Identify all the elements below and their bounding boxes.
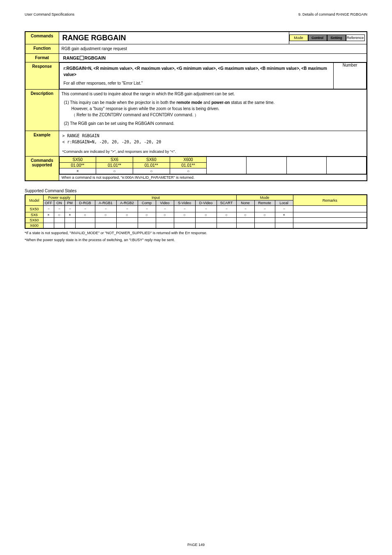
vmodel-2: SX60: [133, 157, 170, 163]
state-cell: ○: [254, 212, 275, 218]
response-type: Number: [334, 62, 367, 89]
th-video: Video: [156, 200, 174, 206]
state-cell: [65, 223, 75, 229]
header-right: 9. Details of command RANGE RGBGAIN: [298, 12, 367, 16]
state-cell: －: [116, 206, 138, 212]
format-text: RANGERGBGAIN: [59, 53, 367, 62]
state-cell: [293, 212, 367, 218]
state-cell: [174, 223, 195, 229]
vval-2: 01.01**: [133, 163, 170, 168]
state-cell: [54, 223, 65, 229]
state-cell: －: [54, 206, 65, 212]
state-cell: －: [156, 206, 174, 212]
state-cell: －: [254, 206, 275, 212]
vval-0: 01.00**: [59, 163, 96, 168]
versions-table: SX50 SX6 SX60 X600 01.00** 01.01** 01.01…: [59, 157, 367, 174]
state-cell: [275, 223, 293, 229]
table-row: SX60: [25, 218, 367, 223]
state-cell: [254, 223, 275, 229]
desc-1-power: power-on: [211, 100, 230, 105]
vmodel-1: SX6: [96, 157, 133, 163]
vmark-0: ×: [59, 168, 96, 174]
model-cell: SX50: [25, 206, 43, 212]
vval-3: 01.01**: [170, 163, 207, 168]
th-mode: Mode: [236, 195, 293, 200]
label-description: Description: [25, 89, 59, 131]
state-cell: ○: [138, 212, 156, 218]
state-cell: ○: [54, 212, 65, 218]
state-cell: [174, 218, 195, 223]
state-cell: [43, 218, 54, 223]
response-inner: r:RGBGAIN=N, <R minimum value>, <R maxim…: [59, 62, 367, 89]
format-prefix: RANGE: [63, 55, 80, 60]
state-cell: [156, 223, 174, 229]
model-cell: SX60: [25, 218, 43, 223]
th-drgb: D-RGB: [75, 200, 95, 206]
state-cell: ○: [156, 212, 174, 218]
state-cell: [75, 223, 95, 229]
vmark-3: ○: [170, 168, 207, 174]
state-cell: ○: [195, 212, 217, 218]
description-body: This command is used to inquire about th…: [59, 89, 367, 131]
command-spec-table: Commands RANGE RGBGAIN Mode Control Sett…: [25, 31, 367, 181]
example-note: *Commands are indicated by ">", and resp…: [62, 149, 364, 155]
model-cell: X600: [25, 223, 43, 229]
state-cell: [116, 223, 138, 229]
format-suffix: RGBGAIN: [84, 55, 106, 60]
th-on: ON: [54, 200, 65, 206]
state-cell: [138, 218, 156, 223]
state-cell: ○: [116, 212, 138, 218]
cs-2: supported: [32, 163, 52, 167]
vmodel-0: SX50: [59, 157, 96, 163]
desc-1-b: status at the same time.: [230, 100, 274, 105]
th-pm: PM: [65, 200, 75, 206]
desc-1-a: (1) This inquiry can be made when the pr…: [64, 100, 177, 105]
badge-reference: Reference: [346, 35, 365, 41]
vval-1: 01.01**: [96, 163, 133, 168]
th-remote: Remote: [254, 200, 275, 206]
state-cell: ○: [236, 212, 254, 218]
label-example: Example: [25, 131, 59, 157]
state-cell: －: [43, 206, 54, 212]
desc-intro: This command is used to inquire about th…: [62, 91, 364, 97]
state-cell: ×: [275, 212, 293, 218]
example-body: > RANGE RGBGAIN < r:RGBGAIN=N, -20, 20, …: [59, 131, 367, 157]
state-cell: －: [75, 206, 95, 212]
footnote-1: *If a state is not supported, "INVALID_M…: [25, 230, 367, 236]
badge-setting: Setting: [327, 35, 346, 41]
page-number: PAGE 149: [0, 543, 392, 547]
state-cell: －: [236, 206, 254, 212]
state-cell: [293, 218, 367, 223]
desc-1-and: and: [202, 100, 211, 105]
states-title: Supported Command States: [25, 189, 367, 193]
vmodel-3: X600: [170, 157, 207, 163]
response-line-2: For all other responses, refer to "Error…: [64, 80, 330, 86]
table-row: SX6×○×○○○○○○○○○○×: [25, 212, 367, 218]
badge-mode: Mode: [289, 35, 308, 41]
desc-1-d: （ Refer to the ZCONTDRV command and FCON…: [64, 112, 362, 118]
label-function: Function: [25, 44, 59, 53]
table-row: SX50－－－－－－－－－－－－－－: [25, 206, 367, 212]
desc-item-2: (2) The RGB gain can be set using the RG…: [64, 120, 362, 127]
th-argb1: A-RGB1: [95, 200, 116, 206]
example-line-1: > RANGE RGBGAIN: [62, 133, 364, 139]
response-line-1: r:RGBGAIN=N, <R minimum value>, <R maxim…: [64, 65, 330, 78]
state-cell: [293, 206, 367, 212]
state-cell: ×: [65, 212, 75, 218]
vmark-1: ○: [96, 168, 133, 174]
state-cell: －: [195, 206, 217, 212]
state-cell: ○: [174, 212, 195, 218]
state-cell: [95, 218, 116, 223]
example-line-2: < r:RGBGAIN=N, -20, 20, -20, 20, -20, 20: [62, 139, 364, 145]
th-input: Input: [75, 195, 236, 200]
state-cell: ×: [43, 212, 54, 218]
th-none: None: [236, 200, 254, 206]
label-response: Response: [25, 62, 59, 89]
state-cell: [254, 218, 275, 223]
state-cell: [95, 223, 116, 229]
th-argb2: A-RGB2: [116, 200, 138, 206]
desc-item-1: (1) This inquiry can be made when the pr…: [64, 99, 362, 118]
state-cell: [43, 223, 54, 229]
table-row: X600: [25, 223, 367, 229]
state-cell: [195, 218, 217, 223]
